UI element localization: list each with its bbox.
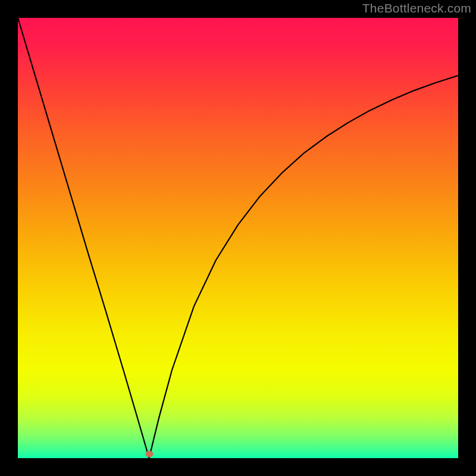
bottleneck-curve <box>18 18 458 458</box>
plot-area <box>18 18 458 458</box>
watermark-text: TheBottleneck.com <box>362 1 471 15</box>
chart-frame: TheBottleneck.com <box>0 0 476 476</box>
optimum-marker <box>145 450 153 457</box>
